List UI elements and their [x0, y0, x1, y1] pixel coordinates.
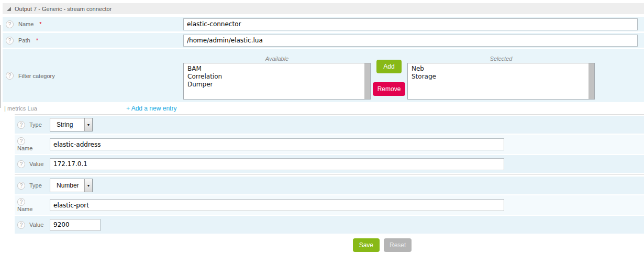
listbox-scrollbar[interactable] — [589, 63, 594, 99]
metric-entry: ? Type Number ▼ ? Name ? Value — [15, 174, 644, 234]
add-button[interactable]: Add — [376, 60, 401, 73]
metric-name-input[interactable] — [50, 199, 504, 211]
help-icon[interactable]: ? — [6, 20, 14, 28]
metric-name-row: ? Name — [15, 195, 644, 215]
metric-value-input[interactable] — [50, 219, 101, 231]
list-item[interactable]: Dumper — [187, 81, 363, 89]
path-input[interactable] — [183, 35, 638, 47]
metric-name-row: ? Name — [15, 135, 644, 154]
section-title: Output 7 - Generic - stream connector — [15, 6, 112, 12]
metrics-section-label: | metrics Lua — [3, 105, 126, 112]
type-label: Type — [29, 122, 42, 128]
help-icon[interactable]: ? — [17, 121, 25, 129]
metric-value-row: ? Value — [15, 155, 644, 173]
metric-value-label-cell: ? Value — [15, 160, 50, 168]
help-icon[interactable]: ? — [17, 137, 25, 145]
metric-name-label-cell: ? Name — [15, 198, 50, 212]
section-header[interactable]: Output 7 - Generic - stream connector — [3, 3, 644, 14]
list-item[interactable]: BAM — [187, 65, 363, 73]
chevron-down-icon[interactable]: ▼ — [84, 179, 92, 192]
collapse-icon[interactable] — [7, 7, 11, 11]
list-item[interactable]: Correlation — [187, 73, 363, 81]
type-select[interactable]: String ▼ — [50, 118, 93, 131]
available-listbox[interactable]: BAM Correlation Dumper — [183, 63, 371, 100]
listbox-scrollbar[interactable] — [364, 63, 370, 99]
path-label: Path — [18, 37, 30, 43]
list-item[interactable]: Storage — [412, 73, 587, 81]
metrics-section-head: | metrics Lua + Add a new entry — [3, 104, 644, 113]
save-button[interactable]: Save — [353, 238, 380, 252]
remove-button[interactable]: Remove — [373, 82, 406, 96]
name-input[interactable] — [183, 18, 638, 30]
selected-caption: Selected — [407, 56, 595, 62]
metric-name-label: Name — [17, 145, 32, 151]
metric-name-label-cell: ? Name — [15, 137, 50, 151]
filter-category-label-cell: ? Filter category — [3, 72, 183, 80]
list-item[interactable]: Neb — [412, 65, 587, 73]
help-icon[interactable]: ? — [6, 72, 14, 80]
path-row: ? Path * — [3, 33, 644, 48]
add-new-entry-link[interactable]: + Add a new entry — [126, 105, 176, 112]
type-label-cell: ? Type — [15, 121, 50, 129]
available-column: Available BAM Correlation Dumper — [183, 52, 371, 100]
required-asterisk: * — [39, 21, 41, 27]
chevron-down-icon[interactable]: ▼ — [84, 118, 92, 131]
path-label-cell: ? Path * — [3, 37, 183, 45]
transfer-buttons: Add Remove — [371, 52, 407, 96]
metric-value-input[interactable] — [50, 158, 504, 170]
type-row: ? Type String ▼ — [15, 116, 644, 134]
metric-value-label-cell: ? Value — [15, 221, 50, 229]
name-label: Name — [18, 21, 34, 27]
metrics-entries-block: ? Type String ▼ ? Name ? Value — [15, 114, 644, 234]
type-label-cell: ? Type — [15, 182, 50, 190]
metric-entry: ? Type String ▼ ? Name ? Value — [15, 116, 644, 173]
metric-name-label: Name — [17, 206, 32, 212]
metric-value-label: Value — [29, 222, 43, 228]
type-row: ? Type Number ▼ — [15, 177, 644, 194]
help-icon[interactable]: ? — [17, 160, 25, 168]
help-icon[interactable]: ? — [17, 198, 25, 206]
help-icon[interactable]: ? — [6, 37, 14, 45]
type-label: Type — [29, 182, 42, 189]
filter-category-row: ? Filter category Available BAM Correlat… — [3, 49, 644, 102]
type-select[interactable]: Number ▼ — [50, 179, 93, 192]
left-edge-scrollbar-fragment — [0, 25, 1, 108]
selected-listbox[interactable]: Neb Storage — [407, 63, 595, 100]
name-row: ? Name * — [3, 17, 644, 31]
type-select-value: Number — [50, 179, 84, 192]
reset-button[interactable]: Reset — [384, 238, 412, 252]
metric-value-row: ? Value — [15, 216, 644, 234]
selected-column: Selected Neb Storage — [407, 52, 595, 100]
filter-category-label: Filter category — [18, 73, 55, 79]
required-asterisk: * — [36, 37, 38, 43]
help-icon[interactable]: ? — [17, 182, 25, 190]
help-icon[interactable]: ? — [17, 221, 25, 229]
type-select-value: String — [50, 118, 84, 131]
name-label-cell: ? Name * — [3, 20, 183, 28]
broker-output-form: Output 7 - Generic - stream connector ? … — [0, 3, 644, 253]
available-caption: Available — [183, 56, 371, 62]
metric-value-label: Value — [29, 161, 43, 167]
filter-category-duallist: Available BAM Correlation Dumper Add Rem… — [183, 52, 595, 100]
form-actions: Save Reset — [0, 238, 644, 252]
metric-name-input[interactable] — [50, 138, 504, 150]
